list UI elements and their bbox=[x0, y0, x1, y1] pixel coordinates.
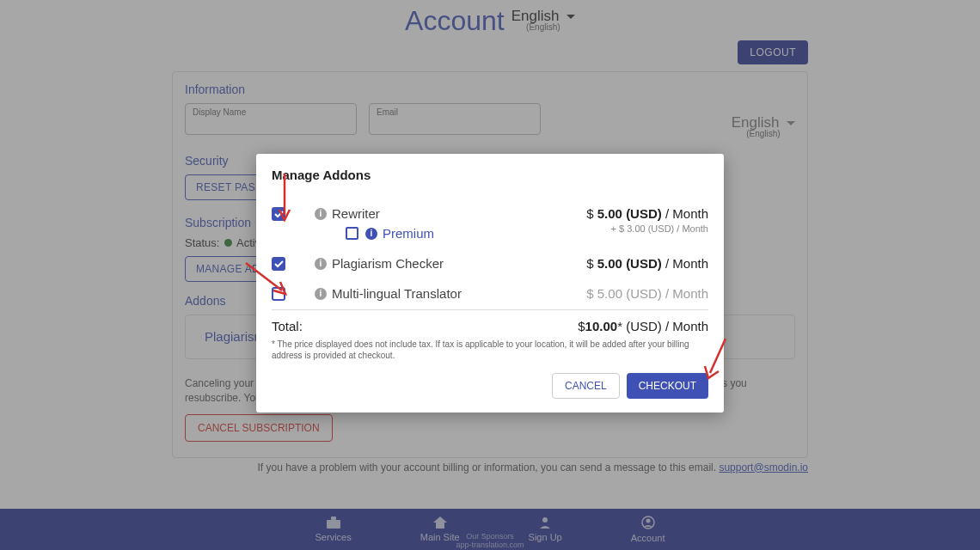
cancel-button[interactable]: CANCEL bbox=[552, 373, 620, 399]
manage-addons-modal: Manage Addons i Rewriter i Premium $ 5.0… bbox=[256, 154, 724, 412]
total-price: $10.00* (USD) / Month bbox=[578, 319, 708, 333]
check-icon bbox=[274, 260, 284, 268]
addon-row-translator: i Multi-lingual Translator $ 5.00 (USD) … bbox=[272, 286, 708, 301]
translator-checkbox[interactable] bbox=[272, 287, 285, 301]
addon-label: Rewriter bbox=[332, 206, 380, 221]
premium-label: Premium bbox=[383, 226, 434, 241]
premium-price: + $ 3.00 (USD) / Month bbox=[586, 223, 708, 234]
addon-price: $ 5.00 (USD) / Month bbox=[586, 286, 708, 301]
addon-label: Plagiarism Checker bbox=[332, 256, 444, 271]
rewriter-checkbox[interactable] bbox=[272, 207, 285, 221]
price-disclaimer: * The price displayed does not include t… bbox=[272, 339, 708, 361]
addon-label: Multi-lingual Translator bbox=[332, 286, 462, 301]
check-icon bbox=[274, 211, 284, 218]
addon-row-rewriter: i Rewriter i Premium $ 5.00 (USD) / Mont… bbox=[272, 206, 708, 241]
premium-checkbox[interactable] bbox=[346, 227, 358, 240]
modal-title: Manage Addons bbox=[272, 168, 708, 182]
divider bbox=[272, 309, 708, 310]
total-row: Total: $10.00* (USD) / Month bbox=[272, 319, 708, 333]
info-icon[interactable]: i bbox=[315, 288, 327, 300]
addon-price: $ 5.00 (USD) / Month bbox=[586, 256, 708, 271]
info-icon[interactable]: i bbox=[365, 228, 377, 240]
checkout-button[interactable]: CHECKOUT bbox=[627, 373, 708, 399]
plagiarism-checkbox[interactable] bbox=[272, 257, 285, 271]
info-icon[interactable]: i bbox=[315, 258, 327, 270]
info-icon[interactable]: i bbox=[315, 208, 327, 220]
addon-row-plagiarism: i Plagiarism Checker $ 5.00 (USD) / Mont… bbox=[272, 256, 708, 271]
addon-price: $ 5.00 (USD) / Month bbox=[586, 206, 708, 221]
total-label: Total: bbox=[272, 319, 303, 333]
